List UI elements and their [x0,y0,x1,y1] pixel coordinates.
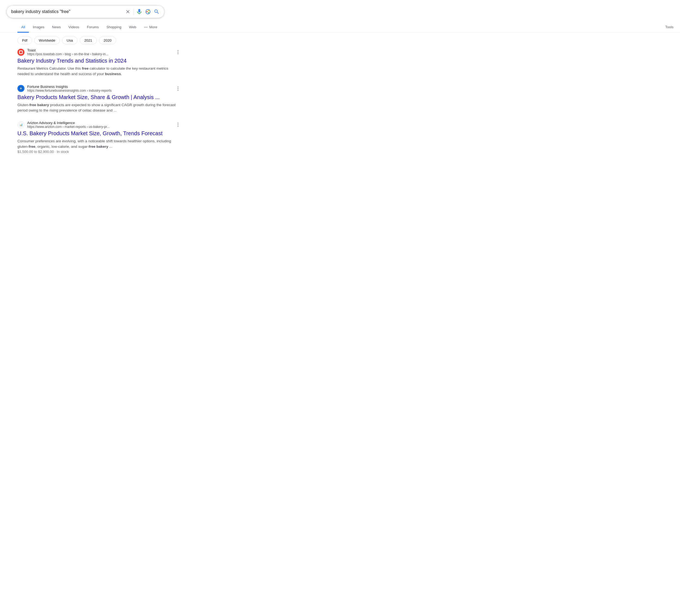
result-toast-title[interactable]: Bakery Industry Trends and Statistics in… [18,57,179,64]
result-arizton-source-url: https://www.arizton.com › market-reports… [27,125,110,129]
search-icon [154,9,160,15]
nav-more[interactable]: More [140,22,161,33]
lens-button[interactable] [145,9,151,15]
svg-point-6 [147,27,147,27]
three-dots-icon [144,25,148,29]
svg-rect-8 [20,51,22,53]
nav-all[interactable]: All [18,22,29,33]
toast-logo-icon [19,50,23,54]
svg-point-4 [144,27,145,27]
result-toast-source-name: Toast [27,48,108,52]
result-fortune: B Fortune Business Insights https://www.… [18,85,179,113]
result-toast: Toast https://pos.toasttab.com › blog › … [18,48,179,77]
nav-images[interactable]: Images [29,22,48,33]
nav-web[interactable]: Web [125,22,140,33]
result-arizton-title[interactable]: U.S. Bakery Products Market Size, Growth… [18,130,179,137]
lens-icon [145,9,151,15]
result-toast-source-url: https://pos.toasttab.com › blog › on-the… [27,52,108,56]
arizton-logo-icon: 📊 [18,122,24,128]
results-container: Toast https://pos.toasttab.com › blog › … [0,48,179,154]
result-arizton-source-info: Arizton Advisory & Intelligence https://… [27,121,179,129]
result-arizton-menu[interactable] [176,122,179,128]
svg-point-2 [148,10,149,11]
svg-point-5 [145,27,146,27]
clear-button[interactable] [125,9,131,15]
result-fortune-desc: Gluten-free bakery products are expected… [18,102,179,113]
svg-text:📊: 📊 [19,123,23,127]
chip-pdf[interactable]: Pdf [18,36,32,44]
chip-2020[interactable]: 2020 [99,36,116,44]
svg-point-1 [146,11,148,12]
result-fortune-source: B Fortune Business Insights https://www.… [18,85,179,92]
chip-usa[interactable]: Usa [62,36,78,44]
chip-2021[interactable]: 2021 [80,36,97,44]
result-toast-source: Toast https://pos.toasttab.com › blog › … [18,48,179,56]
divider [133,8,134,15]
result-arizton: 📊 Arizton Advisory & Intelligence https:… [18,121,179,154]
voice-search-button[interactable] [136,9,142,15]
result-arizton-source: 📊 Arizton Advisory & Intelligence https:… [18,121,179,129]
result-fortune-menu[interactable] [176,85,179,92]
result-arizton-price: $1,500.00 to $2,900.00 · In stock [18,150,179,154]
nav-tools[interactable]: Tools [661,22,680,33]
nav-videos[interactable]: Videos [65,22,83,33]
result-toast-source-info: Toast https://pos.toasttab.com › blog › … [27,48,179,56]
favicon-arizton: 📊 [18,121,25,129]
mic-icon [136,9,142,15]
favicon-toast [18,49,25,56]
result-fortune-source-name: Fortune Business Insights [27,85,112,89]
svg-point-3 [148,12,149,13]
chip-worldwide[interactable]: Worldwide [34,36,60,44]
nav-shopping[interactable]: Shopping [103,22,125,33]
chips-container: Pdf Worldwide Usa 2021 2020 [0,33,680,48]
search-bar [6,5,164,18]
result-fortune-source-info: Fortune Business Insights https://www.fo… [27,85,179,92]
result-fortune-title[interactable]: Bakery Products Market Size, Share & Gro… [18,93,179,101]
result-toast-desc: Restaurant Metrics Calculator. Use this … [18,66,179,77]
search-input[interactable] [11,9,122,14]
fortune-logo-icon: B [19,86,23,91]
nav-news[interactable]: News [48,22,65,33]
result-fortune-source-url: https://www.fortunebusinessinsights.com … [27,89,112,92]
result-arizton-desc: Consumer preferences are evolving, with … [18,139,179,150]
x-icon [125,9,131,15]
search-button[interactable] [154,9,160,15]
svg-text:B: B [20,87,22,90]
nav-forums[interactable]: Forums [83,22,103,33]
result-toast-menu[interactable] [176,49,179,55]
nav-bar: All Images News Videos Forums Shopping W… [0,20,680,33]
result-arizton-source-name: Arizton Advisory & Intelligence [27,121,110,125]
favicon-fortune: B [18,85,25,92]
